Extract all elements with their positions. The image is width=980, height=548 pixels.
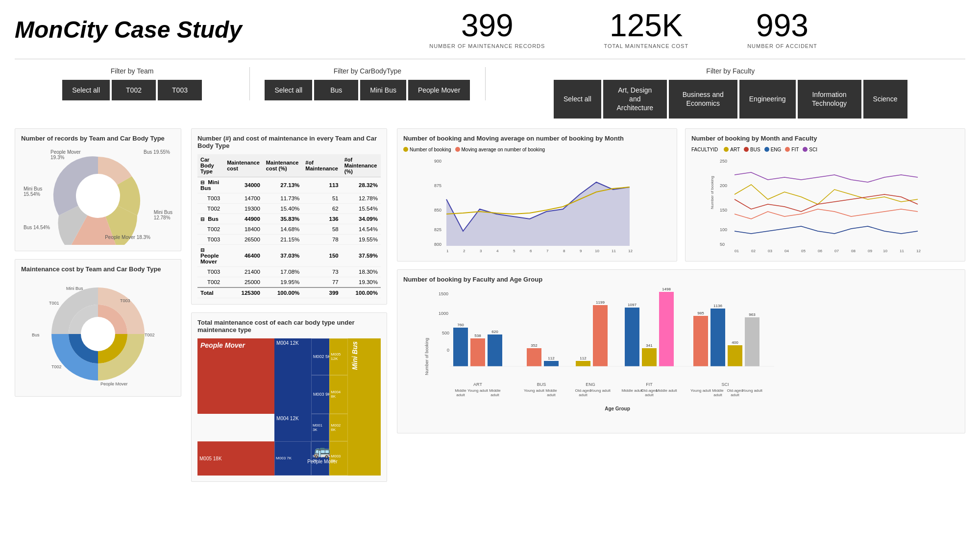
filter-carbody-bus[interactable]: Bus [314,80,358,100]
bar-eng-old-val: 112 [580,356,587,360]
x-bus-label: BUS [537,382,546,387]
bar-eng-young-val: 1199 [596,300,605,305]
x-sci-oa: Old-aged [727,388,743,393]
x-label-10: 10 [595,249,599,253]
legend-art: ART [724,147,740,152]
x-sci-label: SCI [721,382,729,387]
legend-fit: FIT [785,147,799,152]
donut2-label1: T003 [120,298,130,303]
fx-09: 09 [868,249,872,253]
row-numpct: 12.78% [342,193,381,203]
bar-sci-old-val: 400 [732,340,738,345]
filter-carbody-title: Filter by CarBodyType [250,67,485,75]
x-eng-oa: Old-aged [575,388,591,393]
filter-faculty-art[interactable]: Art, Design and Architecture [603,80,667,119]
row-numpct: 19.55% [342,234,381,244]
y-label-250: 250 [720,159,727,164]
donut-label-pm-t002: People Mover 18.3% [105,235,150,240]
maintenance-table: Car Body Type Maintenance cost Maintenan… [197,154,381,298]
row-total-label: Total [197,287,224,298]
treemap-m001-label: M001 3K [313,423,328,432]
donut-label-minibus-t002: Mini Bus15.54% [24,186,42,197]
x-eng-label: ENG [586,382,595,387]
donut2-label4: Bus [32,333,40,337]
legend-art-dot [724,147,729,152]
kpi-maintenance-value: 399 [429,10,545,41]
table-row: T002 18400 14.68% 58 14.54% [197,224,381,234]
filter-team-t003[interactable]: T003 [158,80,202,100]
legend-fit-dot [785,147,790,152]
x-art-ma3: Middle [489,388,501,393]
legend-eng: ENG [764,147,782,152]
treemap-m004-gold: M004 8K [329,375,347,413]
legend-moving-avg: Moving average on number of booking [455,147,545,152]
treemap-m005-minibus: M005 12K [329,338,347,376]
bar-sci-young2-val: 963 [749,312,756,317]
x-label-2: 2 [463,249,466,253]
x-label-8: 8 [563,249,565,253]
filter-team-selectall[interactable]: Select all [62,80,110,100]
filter-faculty-selectall[interactable]: Select all [554,80,601,119]
row-label: ⊟ Mini Bus [197,177,224,193]
filter-team-t002[interactable]: T002 [112,80,156,100]
th-num: #of Maintenance [302,154,341,177]
bar-y-0: 0 [447,348,449,353]
donut2-label6: T001 [49,301,59,306]
filter-carbody-selectall[interactable]: Select all [265,80,312,100]
filter-carbody-buttons: Select all Bus Mini Bus People Mover [250,80,485,100]
filter-faculty-sci[interactable]: Science [863,80,907,119]
filter-team: Filter by Team Select all T002 T003 [15,67,250,100]
row-num: 77 [302,277,341,287]
row-team: T002 [197,224,224,234]
fx-05: 05 [801,249,806,253]
table-row: T003 14700 11.73% 51 12.78% [197,193,381,203]
legend-eng-label: ENG [771,147,782,152]
treemap-title: Total maintenance cost of each car body … [197,319,381,334]
legend-fit-label: FIT [791,147,799,152]
kpi-group: 399 NUMBER OF MAINTENANCE RECORDS 125K T… [281,10,965,49]
booking-by-faculty-container: Number of booking by Month and Faculty F… [685,128,965,262]
row-pct: 14.68% [263,224,302,234]
th-cost: Maintenance cost [224,154,263,177]
filter-carbody-peoplemover[interactable]: People Mover [408,80,470,100]
booking-by-faculty-title: Number of booking by Month and Faculty [691,135,959,142]
treemap-pm-m005: M005 18K [197,441,274,476]
bar-y-500: 500 [442,331,449,335]
filter-faculty-bus[interactable]: Business and Economics [669,80,737,119]
filter-carbody-minibus[interactable]: Mini Bus [360,80,406,100]
y-label-800: 800 [434,242,441,247]
row-total-num: 399 [302,287,341,298]
records-by-team-title: Number of records by Team and Car Body T… [21,135,175,142]
row-pct: 19.95% [263,277,302,287]
legend-bus-label: BUS [750,147,760,152]
filter-faculty-eng[interactable]: Engineering [739,80,796,119]
row-total-cost: 125300 [224,287,263,298]
legend-sci-dot [803,147,808,152]
fx-02: 02 [751,249,756,253]
treemap-minibus: Mini Bus [348,338,381,476]
fx-01: 01 [735,249,739,253]
maintenance-table-title: Number (#) and cost of maintenance in ev… [197,135,381,149]
x-label-7: 7 [546,249,549,253]
row-team: T003 [197,193,224,203]
y-label-900: 900 [434,159,441,164]
donut-label-bus-t002: Bus 14.54% [24,225,50,230]
filter-team-title: Filter by Team [15,67,249,75]
bar-fit-ma2 [659,292,674,366]
table-header-row: Car Body Type Maintenance cost Maintenan… [197,154,381,177]
donut-hole-2 [81,317,115,351]
row-numpct: 18.30% [342,266,381,277]
row-team: T002 [197,277,224,287]
row-pct: 35.83% [263,214,302,224]
row-team: T003 [197,266,224,277]
filters-row: Filter by Team Select all T002 T003 Filt… [15,59,965,119]
legend-art-label: ART [730,147,740,152]
right-top-charts: Number of booking and Moving average on … [397,128,965,262]
kpi-accident-label: NUMBER OF ACCIDENT [747,43,817,49]
booking-age-title: Number of booking by Faculty and Age Gro… [403,276,959,283]
donut2-label5: Mini Bus [66,286,83,291]
y-label-850: 850 [434,208,441,213]
filter-faculty-fit[interactable]: Information Technology [798,80,861,119]
left-panel: Number of records by Team and Car Body T… [15,128,181,482]
bar-bus-middle [544,361,559,366]
